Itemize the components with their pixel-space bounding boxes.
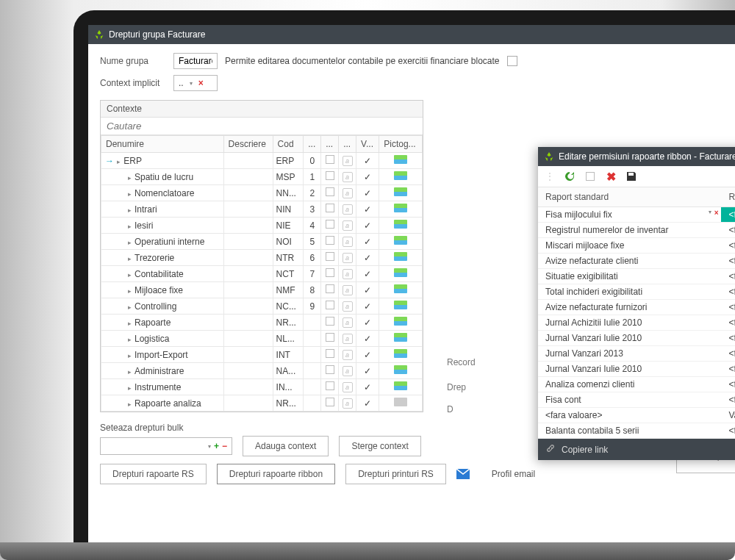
expand-icon[interactable]: ▸ [128, 352, 132, 359]
table-row[interactable]: ▸Operatiuni interneNOI5a✓ [101, 234, 423, 250]
col-5[interactable]: ... [321, 136, 339, 153]
table-row[interactable]: Avize nefacturate furnizori<fara valoare… [538, 300, 735, 315]
table-row[interactable]: ▸ContabilitateNCT7a✓ [101, 266, 423, 282]
table-row[interactable]: Situatie exigibilitati<fara valoare> [538, 269, 735, 284]
link-icon[interactable] [545, 443, 556, 456]
expand-icon[interactable]: ▸ [128, 287, 132, 295]
col-descriere[interactable]: Descriere [223, 136, 273, 153]
permite-editarea-checkbox[interactable] [507, 56, 517, 66]
checkbox[interactable] [326, 284, 334, 293]
drepturi-rapoarte-ribbon-button[interactable]: Drepturi rapoarte ribbon [217, 464, 335, 484]
bulk-add-icon[interactable]: + [214, 441, 219, 451]
checkbox[interactable] [326, 187, 334, 196]
checkbox[interactable] [326, 204, 334, 212]
table-row[interactable]: ▸NomenclatoareNN...2a✓ [101, 185, 423, 201]
expand-icon[interactable]: ▸ [117, 158, 121, 165]
table-row[interactable]: Jurnal Vanzari 2013<fara valoare> [538, 346, 735, 362]
search-input[interactable] [101, 118, 423, 134]
drepturi-rapoarte-rs-button[interactable]: Drepturi rapoarte RS [100, 464, 207, 484]
permisiuni-dialog: Editare permisiuni rapoarte ribbon - Fac… [538, 147, 735, 460]
col-picto[interactable]: Pictog... [379, 136, 423, 153]
checkbox[interactable] [326, 333, 334, 342]
table-row[interactable]: Jurnal Vanzari Iulie 2010<fara valoare> [538, 362, 735, 377]
drag-handle-icon[interactable]: ⋮ [545, 171, 555, 182]
contexte-panel-title: Contexte [101, 101, 423, 117]
table-row[interactable]: ▸AdministrareNA...a✓ [101, 363, 423, 379]
expand-icon[interactable]: ▸ [128, 174, 132, 182]
table-row[interactable]: Balanta contabila 5 serii<fara valoare> [538, 423, 735, 439]
new-icon[interactable] [584, 170, 596, 182]
table-row[interactable]: ▸TrezorerieNTR6a✓ [101, 250, 423, 266]
sterge-context-button[interactable]: Sterge context [339, 436, 420, 456]
checkbox[interactable] [326, 252, 334, 261]
table-row[interactable]: ▸Rapoarte analizaNR...a✓ [101, 395, 423, 412]
table-row[interactable]: Jurnal Vanzari Iulie 2010<fara valoare> [538, 331, 735, 346]
table-row[interactable]: ▸ControllingNC...9a✓ [101, 298, 423, 315]
expand-icon[interactable]: ▸ [128, 304, 132, 311]
col-7[interactable]: V... [356, 136, 379, 153]
checkbox[interactable] [326, 220, 334, 229]
expand-icon[interactable]: ▸ [128, 271, 132, 279]
table-row[interactable]: Fisa cont<fara valoare> [538, 392, 735, 408]
checkbox[interactable] [326, 301, 334, 309]
expand-icon[interactable]: ▸ [128, 223, 132, 230]
expand-icon[interactable]: ▸ [128, 207, 132, 214]
checkbox[interactable] [326, 268, 334, 277]
table-row[interactable]: <fara valoare>Vanzari FC [538, 408, 735, 423]
table-row[interactable]: Jurnal Achizitii Iulie 2010<fara valoare… [538, 315, 735, 331]
checkbox[interactable] [326, 171, 334, 180]
nume-grupa-input[interactable] [173, 53, 218, 69]
expand-icon[interactable]: ▸ [128, 401, 132, 408]
delete-icon[interactable]: ✖ [605, 170, 617, 182]
table-row[interactable]: Total inchideri exigibilitati<fara valoa… [538, 284, 735, 300]
checkbox[interactable] [326, 155, 334, 164]
context-clear-icon[interactable]: × [198, 78, 204, 88]
checkbox[interactable] [326, 365, 334, 374]
expand-icon[interactable]: ▸ [128, 255, 132, 262]
permisiuni-table[interactable]: Raport standard Raport custom Fisa mijlo… [538, 187, 735, 439]
save-icon[interactable] [625, 170, 637, 182]
table-row[interactable]: ▸Mijloace fixeNMF8a✓ [101, 282, 423, 298]
a-badge-icon: a [343, 204, 353, 215]
checkbox[interactable] [326, 349, 334, 358]
checkbox[interactable] [326, 398, 334, 406]
expand-icon[interactable]: ▸ [128, 384, 132, 392]
checkbox[interactable] [326, 236, 334, 245]
col-denumire[interactable]: Denumire [101, 136, 224, 153]
contexte-tree-grid[interactable]: Denumire Descriere Cod ... ... ... V... … [101, 135, 423, 412]
adauga-context-button[interactable]: Adauga context [243, 436, 329, 456]
copiere-link-label[interactable]: Copiere link [562, 445, 608, 455]
table-row[interactable]: Avize nefacturate clienti<fara valoare> [538, 254, 735, 269]
col-cod[interactable]: Cod [273, 136, 304, 153]
table-row[interactable]: Analiza comenzi clienti<fara valoare> [538, 377, 735, 392]
check-icon: ✓ [364, 285, 371, 295]
table-row[interactable]: ▸IesiriNIE4a✓ [101, 218, 423, 234]
expand-icon[interactable]: ▸ [128, 320, 132, 327]
bulk-remove-icon[interactable]: − [222, 441, 227, 451]
expand-icon[interactable]: ▸ [128, 336, 132, 343]
table-row[interactable]: ▸Spatiu de lucruMSP1a✓ [101, 169, 423, 185]
table-row[interactable]: ▸RapoarteNR...a✓ [101, 315, 423, 331]
table-row[interactable]: Miscari mijloace fixe<fara valoare> [538, 238, 735, 254]
expand-icon[interactable]: ▸ [128, 239, 132, 246]
table-row[interactable]: ▸InstrumenteIN...a✓ [101, 379, 423, 395]
table-row[interactable]: ▸LogisticaNL...a✓ [101, 331, 423, 347]
expand-icon[interactable]: ▸ [128, 368, 132, 376]
bulk-dropdown[interactable]: ▾ + − [100, 437, 232, 455]
col-raport-standard[interactable]: Raport standard [538, 187, 721, 207]
table-row[interactable]: Fisa mijlocului fix▾ ×<fara valoare> [538, 207, 735, 223]
refresh-icon[interactable] [564, 170, 576, 182]
table-row[interactable]: → ▸ERPERP0a✓ [101, 153, 423, 169]
checkbox[interactable] [326, 381, 334, 390]
profil-email-button[interactable]: Profil email [480, 464, 547, 484]
drepturi-printuri-rs-button[interactable]: Drepturi printuri RS [345, 464, 446, 484]
table-row[interactable]: ▸IntrariNIN3a✓ [101, 201, 423, 218]
table-row[interactable]: ▸Import-ExportINTa✓ [101, 347, 423, 363]
expand-icon[interactable]: ▸ [128, 190, 132, 198]
col-6[interactable]: ... [339, 136, 356, 153]
table-row[interactable]: Registrul numerelor de inventar<fara val… [538, 223, 735, 238]
col-4[interactable]: ... [304, 136, 321, 153]
context-implicit-select[interactable]: .. ▾ × [173, 75, 218, 91]
checkbox[interactable] [326, 317, 334, 326]
col-raport-custom[interactable]: Raport custom [721, 187, 735, 207]
